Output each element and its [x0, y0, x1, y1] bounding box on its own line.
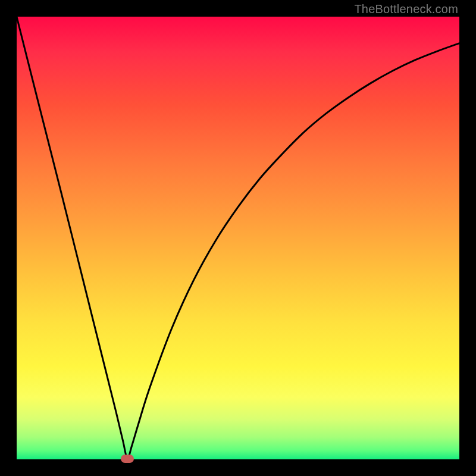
optimum-marker: [121, 455, 134, 463]
watermark-text: TheBottleneck.com: [354, 2, 458, 16]
chart-plot-area: [17, 17, 459, 459]
bottleneck-curve: [17, 17, 459, 459]
